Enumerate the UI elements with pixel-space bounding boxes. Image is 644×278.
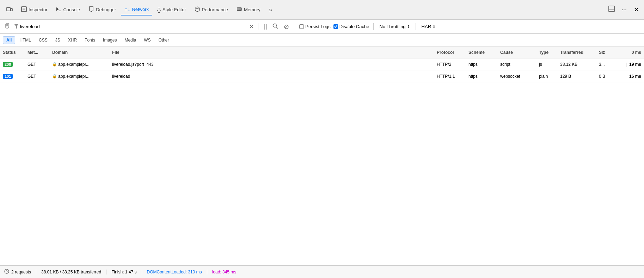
memory-tab[interactable]: Memory [233, 4, 264, 15]
timer-icon [4, 269, 9, 275]
console-label: Console [63, 7, 80, 12]
header-size[interactable]: Siz [599, 50, 617, 55]
row2-file: livereload [112, 74, 437, 79]
filter-input[interactable] [20, 24, 249, 29]
har-label: HAR [422, 24, 431, 29]
search-button[interactable] [271, 23, 280, 30]
filter-separator [258, 23, 258, 30]
debugger-tab[interactable]: Debugger [85, 4, 119, 15]
throttle-select[interactable]: No Throttling ⇕ [378, 23, 411, 30]
more-tools-button[interactable]: » [265, 5, 276, 15]
console-icon [56, 6, 61, 13]
type-filter-other[interactable]: Other [155, 36, 172, 44]
type-filter-xhr[interactable]: XHR [65, 36, 80, 44]
style-editor-label: Style Editor [162, 7, 186, 12]
row2-domain-text: app.examplepr... [58, 74, 90, 79]
header-cause[interactable]: Cause [500, 50, 539, 55]
header-protocol[interactable]: Protocol [437, 50, 468, 55]
header-transferred[interactable]: Transferred [560, 50, 599, 55]
type-filter-fonts[interactable]: Fonts [81, 36, 99, 44]
type-filter-media[interactable]: Media [121, 36, 140, 44]
type-filter-bar: All HTML CSS JS XHR Fonts Images Media W… [0, 34, 644, 46]
disable-cache-label[interactable]: Disable Cache [333, 24, 369, 29]
disable-cache-checkbox[interactable] [333, 24, 338, 29]
status-badge-200: 200 [3, 62, 13, 67]
performance-icon [195, 6, 200, 13]
transfer-info: 38.01 KB / 38.25 KB transferred [36, 270, 106, 274]
row1-transferred: 38.12 KB [560, 62, 599, 67]
header-time[interactable]: 0 ms [617, 50, 641, 55]
clear-requests-button[interactable] [3, 22, 11, 32]
header-method[interactable]: Met... [27, 50, 52, 55]
responsive-design-button[interactable] [3, 4, 16, 15]
svg-marker-20 [14, 24, 19, 29]
requests-count: 2 requests [11, 270, 31, 274]
type-filter-css[interactable]: CSS [35, 36, 51, 44]
row1-cause: script [500, 62, 539, 67]
row2-status: 101 [3, 74, 27, 79]
row1-domain: 🔒 app.examplepr... [52, 62, 112, 67]
filter-bar: ✕ || ⊘ Persist Logs Disable Cache No Thr… [0, 20, 644, 34]
clear-filter-button[interactable]: ✕ [249, 23, 254, 30]
row1-time: | 19 ms [617, 62, 641, 67]
status-bar: 2 requests 38.01 KB / 38.25 KB transferr… [0, 265, 644, 278]
row2-scheme: https [468, 74, 500, 79]
type-filter-html[interactable]: HTML [16, 36, 35, 44]
har-button[interactable]: HAR ⇕ [420, 23, 437, 30]
inspector-icon [21, 6, 27, 13]
dock-button[interactable] [607, 4, 617, 15]
header-status[interactable]: Status [3, 50, 27, 55]
row2-method: GET [27, 74, 52, 79]
status-badge-101: 101 [3, 74, 13, 79]
header-file[interactable]: File [112, 50, 437, 55]
type-filter-images[interactable]: Images [99, 36, 120, 44]
inspector-tab[interactable]: Inspector [18, 4, 51, 15]
load-time: load: 345 ms [207, 270, 241, 274]
row2-protocol: HTTP/1.1 [437, 74, 468, 79]
type-filter-ws[interactable]: WS [140, 36, 154, 44]
memory-label: Memory [244, 7, 260, 12]
devtools-toolbar: Inspector Console Debugger ↑↓ Network {}… [0, 0, 644, 20]
filter-separator-3 [373, 23, 374, 30]
lock-icon: 🔒 [52, 62, 57, 67]
options-button[interactable]: ··· [619, 5, 629, 15]
style-editor-tab[interactable]: {} Style Editor [154, 5, 190, 15]
row1-size: 3... [599, 62, 617, 67]
disable-cache-text: Disable Cache [339, 24, 369, 29]
row2-type: plain [539, 74, 560, 79]
pause-recording-button[interactable]: || [263, 24, 268, 30]
throttle-arrow-icon: ⇕ [407, 25, 410, 29]
row2-cause: websocket [500, 74, 539, 79]
header-domain[interactable]: Domain [52, 50, 112, 55]
more-icon: » [269, 7, 272, 13]
type-filter-js[interactable]: JS [52, 36, 64, 44]
inspector-label: Inspector [29, 7, 47, 12]
row1-domain-text: app.examplepr... [58, 62, 90, 67]
network-icon: ↑↓ [124, 6, 130, 13]
header-type[interactable]: Type [539, 50, 560, 55]
filter-separator-4 [416, 23, 416, 30]
close-button[interactable]: ✕ [632, 5, 641, 15]
row1-file: livereload.js?port=443 [112, 62, 437, 67]
filter-separator-2 [295, 23, 295, 30]
svg-marker-5 [56, 7, 59, 11]
debugger-icon [88, 6, 94, 13]
finish-time: Finish: 1.47 s [106, 270, 142, 274]
svg-line-22 [276, 27, 278, 29]
network-label: Network [132, 7, 149, 12]
performance-tab[interactable]: Performance [191, 4, 232, 15]
header-scheme[interactable]: Scheme [468, 50, 500, 55]
table-row[interactable]: 200 GET 🔒 app.examplepr... livereload.js… [0, 58, 644, 70]
persist-logs-label[interactable]: Persist Logs [299, 24, 331, 29]
memory-icon [237, 6, 242, 13]
filter-funnel-icon [14, 24, 19, 30]
har-arrow-icon: ⇕ [433, 25, 435, 29]
table-row[interactable]: 101 GET 🔒 app.examplepr... livereload HT… [0, 70, 644, 82]
row1-time-value: 19 ms [629, 62, 641, 67]
type-filter-all[interactable]: All [3, 36, 15, 44]
responsive-icon [6, 6, 13, 13]
persist-logs-checkbox[interactable] [299, 24, 304, 29]
block-url-button[interactable]: ⊘ [282, 23, 290, 31]
network-tab[interactable]: ↑↓ Network [121, 4, 152, 15]
console-tab[interactable]: Console [52, 4, 84, 15]
